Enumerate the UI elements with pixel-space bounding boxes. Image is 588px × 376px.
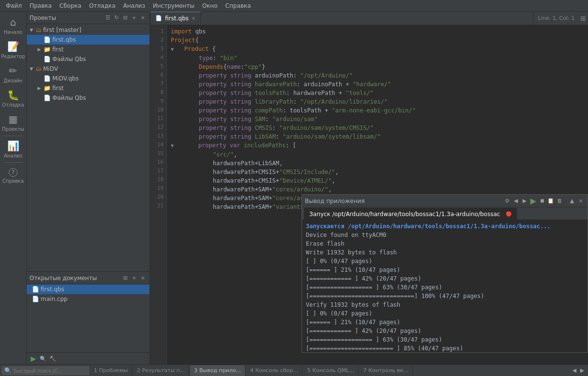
status-tab-label-3: Вывод прило...	[199, 367, 241, 374]
od-icon-collapse[interactable]: ⊟	[121, 274, 129, 282]
tree-item-first-qbs[interactable]: 📄 first.qbs	[27, 35, 150, 45]
ph-icon-filter[interactable]: ☰	[104, 14, 112, 22]
output-tab-bossac[interactable]: Запуск /opt/Arduino/hardware/tools/bossa…	[304, 208, 517, 219]
output-icon-clear[interactable]: 🗑	[556, 197, 563, 205]
tree-label-qbs-files1: Файлы Qbs	[52, 56, 86, 63]
output-line-6: [====== ] 21% (10/47 pages)	[306, 266, 584, 274]
ph-icon-add[interactable]: +	[130, 14, 138, 22]
tree-item-first-folder[interactable]: ▶ 📁 first	[27, 45, 150, 54]
open-doc-main-cpp[interactable]: 📄 main.cpp	[27, 294, 150, 304]
editor-position: Line: 1, Col: 1	[533, 12, 578, 25]
tab-close-first-qbs[interactable]: ×	[192, 16, 196, 21]
tree-item-first-master[interactable]: ▼ 🗂 first [master]	[27, 25, 150, 35]
quick-search-input[interactable]	[14, 368, 81, 374]
analysis-icon: 📊	[7, 140, 19, 152]
open-docs-icons: ⊟ + ×	[121, 274, 147, 282]
tree-arrow-midv-first: ▶	[36, 85, 42, 91]
output-icon-settings[interactable]: ⚙	[503, 197, 511, 205]
statusbar-scroll-right[interactable]: ▶	[578, 367, 586, 375]
od-icon-add[interactable]: +	[130, 274, 138, 282]
design-icon: ✏	[9, 65, 17, 77]
tab-label-first-qbs: first.qbs	[165, 15, 189, 22]
ln-7: 7	[150, 79, 166, 88]
folder-icon-first: 📁	[44, 46, 51, 53]
ph-icon-close[interactable]: ×	[139, 14, 147, 22]
statusbar-scroll-left[interactable]: ◀	[571, 367, 578, 375]
project-panel-title: Проекты	[30, 15, 104, 21]
search-small-icon[interactable]: 🔍	[39, 355, 47, 362]
sidebar-btn-debug[interactable]: 🐛 Отладка	[1, 86, 25, 110]
output-line-1: Запускается /opt/Arduino/hardware/tools/…	[306, 222, 584, 231]
tree-label-midv-first: first	[52, 85, 63, 92]
menu-analyze[interactable]: Анализ	[120, 1, 149, 10]
output-close-btn[interactable]: ×	[577, 197, 585, 205]
tree-arrow-first-folder: ▶	[36, 47, 42, 52]
ph-icon-collapse[interactable]: ⊟	[121, 14, 129, 22]
sidebar-btn-projects[interactable]: ▦ Проекты	[1, 110, 25, 135]
output-panel-header: Вывод приложения ⚙ ◀ ▶ ▶ ⏹ 📋 🗑 ▲ ×	[302, 195, 588, 207]
output-tab-close[interactable]: 🔴	[506, 211, 512, 217]
tree-item-midv-qbs[interactable]: 📄 MiDV.qbs	[27, 74, 150, 83]
tree-item-qbs-files2[interactable]: 📄 Файлы Qbs	[27, 93, 150, 103]
output-line-14: [================== ] 63% (30/47 pages)	[306, 335, 584, 344]
status-tab-label-2: Результаты п...	[142, 367, 185, 374]
folder-icon-midv-first: 📁	[44, 85, 51, 92]
output-icon-next[interactable]: ▶	[521, 197, 528, 205]
output-line-15: [======================== ] 85% (40/47 p…	[306, 344, 584, 352]
editor-tab-first-qbs[interactable]: 📄 first.qbs ×	[150, 12, 201, 24]
menu-build[interactable]: Сборка	[56, 1, 85, 10]
status-tab-vcs[interactable]: 7 Контроль ве...	[360, 365, 413, 376]
output-line-10: Verify 11932 bytes of flash	[306, 300, 584, 309]
ln-10: 10	[150, 106, 166, 114]
menu-window[interactable]: Окно	[198, 1, 222, 10]
sidebar-label-design: Дизайн	[4, 78, 23, 83]
status-tab-num-2: 2	[137, 367, 140, 374]
output-icon-stop[interactable]: ⏹	[538, 197, 546, 205]
main-layout: ⌂ Начало 📝 Редактор ✏ Дизайн 🐛 Отладка ▦…	[0, 12, 588, 364]
status-tab-qml-console[interactable]: 5 Консоль QML...	[303, 365, 359, 376]
menu-tools[interactable]: Инструменты	[149, 1, 198, 10]
tree-arrow-midv-qbs	[36, 76, 42, 81]
sidebar-btn-design[interactable]: ✏ Дизайн	[1, 62, 25, 86]
sidebar-btn-start[interactable]: ⌂ Начало	[1, 14, 25, 38]
project-panel: Проекты ☰ ↻ ⊟ + × ▼ 🗂	[27, 12, 150, 364]
status-tab-build-console[interactable]: 4 Консоль сбор...	[246, 365, 302, 376]
file-icon-qbs2: 📄	[44, 94, 51, 101]
output-icon-prev[interactable]: ◀	[512, 197, 520, 205]
menu-edit[interactable]: Правка	[26, 1, 56, 10]
run-icon[interactable]: ▶	[30, 355, 37, 362]
output-content-area: Запускается /opt/Arduino/hardware/tools/…	[302, 220, 588, 352]
open-doc-label-main-cpp: main.cpp	[41, 296, 68, 302]
output-collapse-btn[interactable]: ▲	[568, 197, 576, 205]
ln-6: 6	[150, 71, 166, 79]
output-icon-run[interactable]: ▶	[529, 197, 537, 205]
sidebar-btn-help[interactable]: ? Справка	[1, 164, 25, 188]
editor-split-btn[interactable]: ⊞	[578, 12, 588, 25]
output-line-2: Device found on ttyACM0	[306, 231, 584, 239]
tree-label-qbs-files2: Файлы Qbs	[52, 94, 86, 101]
sidebar-label-help: Справка	[2, 178, 24, 184]
open-docs-list: 📄 first.qbs 📄 main.cpp	[27, 284, 150, 352]
sidebar-btn-analysis[interactable]: 📊 Анализ	[1, 137, 25, 161]
menu-help[interactable]: Справка	[222, 1, 255, 10]
ph-icon-sync[interactable]: ↻	[113, 14, 121, 22]
open-doc-first-qbs[interactable]: 📄 first.qbs	[27, 284, 150, 294]
ln-14: 14	[150, 141, 166, 149]
build-small-icon[interactable]: 🔨	[49, 355, 57, 362]
status-tab-output[interactable]: 3 Вывод прило...	[190, 365, 245, 376]
sidebar-btn-editor[interactable]: 📝 Редактор	[1, 38, 25, 62]
menu-debug[interactable]: Отладка	[85, 1, 119, 10]
tree-item-qbs-files1[interactable]: 📄 Файлы Qbs	[27, 54, 150, 64]
tree-item-midv-first[interactable]: ▶ 📁 first	[27, 83, 150, 93]
output-icon-copy[interactable]: 📋	[547, 197, 555, 205]
quick-search-box[interactable]: 🔍	[2, 366, 89, 375]
project-icon-midv: 🗂	[36, 65, 42, 72]
search-icon: 🔍	[4, 367, 12, 374]
menu-file[interactable]: Файл	[2, 1, 26, 10]
output-toolbar-icons: ⚙ ◀ ▶ ▶ ⏹ 📋 🗑 ▲ ×	[503, 197, 585, 205]
ln-13: 13	[150, 132, 166, 141]
status-tab-problems[interactable]: 1 Проблемы	[90, 365, 132, 376]
od-icon-close[interactable]: ×	[139, 274, 147, 282]
tree-item-midv[interactable]: ▼ 🗂 MiDV	[27, 64, 150, 74]
status-tab-results[interactable]: 2 Результаты п...	[133, 365, 189, 376]
